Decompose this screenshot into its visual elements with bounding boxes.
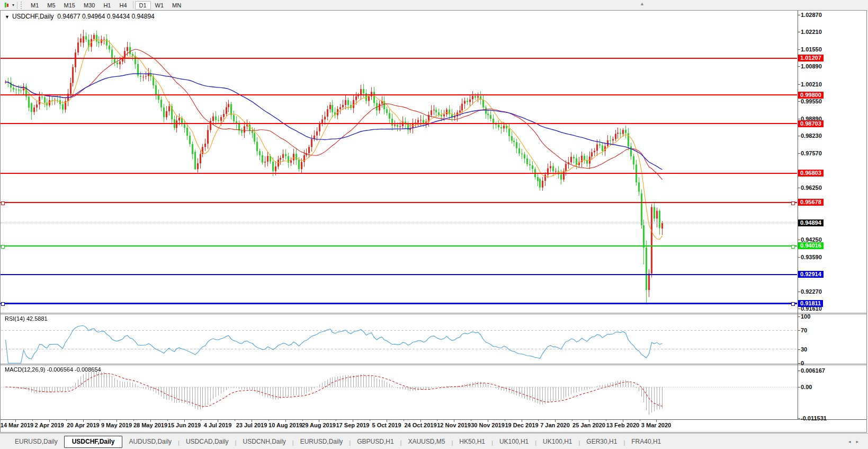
tab-ger30-h1[interactable]: GER30,H1 xyxy=(580,436,623,447)
date-axis-tick xyxy=(15,419,16,422)
price-axis-tick xyxy=(798,119,800,119)
price-axis-badge: 0.92914 xyxy=(798,271,824,278)
date-axis-minor-tick xyxy=(133,419,134,421)
current-price-line xyxy=(1,223,797,223)
date-axis-label: 7 Jan 2020 xyxy=(540,422,570,428)
rsi-panel-splitter[interactable] xyxy=(1,313,866,314)
tab-usdchf-daily[interactable]: USDCHF,Daily xyxy=(64,436,123,448)
date-axis-tick xyxy=(150,419,151,422)
line-drag-handle[interactable] xyxy=(791,201,795,205)
timeframe-button-m1[interactable]: M1 xyxy=(26,1,43,10)
line-drag-handle[interactable] xyxy=(1,201,5,205)
price-horizontal-line[interactable] xyxy=(1,202,797,203)
chart-type-dropdown-caret[interactable]: ▾ xyxy=(12,1,14,9)
price-axis-badge: 0.94016 xyxy=(798,242,824,249)
price-axis-label: 0.93590 xyxy=(801,254,822,260)
price-axis-line xyxy=(798,11,798,419)
date-axis-tick xyxy=(656,419,657,422)
macd-panel-splitter[interactable] xyxy=(1,364,866,365)
line-drag-handle[interactable] xyxy=(1,245,5,249)
top-toolbar: ▾ M1M5M15M30H1H4D1W1MN ▲ xyxy=(0,0,868,10)
price-horizontal-line[interactable] xyxy=(1,173,797,174)
price-axis-tick xyxy=(798,84,800,85)
date-axis-tick xyxy=(522,419,522,422)
tab-fra40-h1[interactable]: FRA40,H1 xyxy=(625,436,667,447)
timeframe-button-m15[interactable]: M15 xyxy=(60,1,79,10)
tab-hk50-h1[interactable]: HK50,H1 xyxy=(453,436,491,447)
rsi-panel-canvas[interactable] xyxy=(1,314,798,364)
timeframe-button-w1[interactable]: W1 xyxy=(151,1,168,10)
timeframe-button-h4[interactable]: H4 xyxy=(115,1,131,10)
main-chart-canvas[interactable] xyxy=(1,11,798,313)
price-horizontal-line[interactable] xyxy=(1,245,797,246)
collapse-quote-icon[interactable]: ▼ xyxy=(5,14,10,20)
date-axis-minor-tick xyxy=(538,419,539,421)
date-axis-tick xyxy=(319,419,319,422)
rsi-indicator-label: RSI(14) 42.5881 xyxy=(5,315,48,322)
price-axis-label: 1.00890 xyxy=(801,63,822,69)
date-axis-tick xyxy=(83,419,84,422)
rsi-axis-label: 0 xyxy=(801,360,804,366)
price-axis-label: 0.98230 xyxy=(801,133,822,139)
date-axis-minor-tick xyxy=(404,419,404,421)
date-axis-minor-tick xyxy=(640,419,640,421)
price-horizontal-line[interactable] xyxy=(1,303,797,304)
timeframe-button-mn[interactable]: MN xyxy=(168,1,185,10)
toolbar-separator xyxy=(133,1,133,8)
price-horizontal-line[interactable] xyxy=(1,123,797,124)
price-axis-badge: 0.91811 xyxy=(798,300,823,307)
date-axis-label: 24 Oct 2019 xyxy=(404,422,436,428)
tab-scroll-arrows[interactable]: ◂▸ xyxy=(848,439,864,444)
tab-scroll-right-icon[interactable]: ▸ xyxy=(856,439,864,444)
date-axis-label: 13 Feb 2020 xyxy=(606,422,639,428)
price-axis-label: 0.92270 xyxy=(801,288,822,295)
price-horizontal-line[interactable] xyxy=(1,58,797,59)
date-axis-label: 19 Dec 2019 xyxy=(505,422,539,428)
chart-type-icon[interactable] xyxy=(2,1,11,9)
date-axis-tick xyxy=(49,419,50,422)
date-axis-tick xyxy=(623,419,623,422)
price-axis-tick xyxy=(798,49,800,50)
price-horizontal-line[interactable] xyxy=(1,94,797,95)
rsi-axis-tick xyxy=(798,330,800,331)
toolbar-separator xyxy=(17,2,17,9)
timeframe-button-h1[interactable]: H1 xyxy=(99,1,115,10)
tab-usdcad-daily[interactable]: USDCAD,Daily xyxy=(180,436,235,447)
tab-audusd-daily[interactable]: AUDUSD,Daily xyxy=(122,436,178,447)
macd-axis-label: -0.011531 xyxy=(801,415,827,421)
date-axis-minor-tick xyxy=(235,419,235,421)
tab-scroll-left-icon[interactable]: ◂ xyxy=(848,439,856,444)
rsi-axis-label: 100 xyxy=(801,313,810,320)
timeframe-button-d1[interactable]: D1 xyxy=(135,1,151,10)
date-axis-minor-tick xyxy=(32,419,33,421)
chart-type-icon-bear-bar xyxy=(5,3,6,7)
date-axis-label: 14 Mar 2019 xyxy=(1,422,33,428)
timeframe-button-m30[interactable]: M30 xyxy=(79,1,99,10)
date-axis-tick xyxy=(589,419,589,422)
macd-panel-canvas[interactable] xyxy=(1,365,798,419)
tab-uk100-h1[interactable]: UK100,H1 xyxy=(536,436,578,447)
date-axis-label: 17 Sep 2019 xyxy=(336,422,370,428)
line-drag-handle[interactable] xyxy=(791,302,795,306)
tab-eurusd-daily[interactable]: EURUSD,Daily xyxy=(8,436,64,447)
price-horizontal-line[interactable] xyxy=(1,274,797,275)
chart-scroll-to-end-icon[interactable]: ▲ xyxy=(640,1,645,6)
tab-gbpusd-h1[interactable]: GBPUSD,H1 xyxy=(351,436,400,447)
tab-usdcnh-daily[interactable]: USDCNH,Daily xyxy=(236,436,292,447)
price-axis-badge: 0.99800 xyxy=(798,92,824,99)
symbol-tabs: EURUSD,DailyUSDCHF,DailyAUDUSD,Daily|USD… xyxy=(8,436,667,449)
tab-xauusd-m5[interactable]: XAUUSD,M5 xyxy=(401,436,451,447)
timeframe-button-m5[interactable]: M5 xyxy=(43,1,59,10)
price-axis-badge: 0.95678 xyxy=(798,199,824,206)
price-axis-badge: 0.96803 xyxy=(798,170,824,177)
toolbar-drag-grip[interactable] xyxy=(21,2,23,9)
price-axis-tick xyxy=(798,101,800,102)
tab-uk100-h1[interactable]: UK100,H1 xyxy=(493,436,535,447)
tab-eurusd-daily[interactable]: EURUSD,Daily xyxy=(294,436,350,447)
line-drag-handle[interactable] xyxy=(791,245,795,249)
line-drag-handle[interactable] xyxy=(1,302,5,306)
date-axis-minor-tick xyxy=(336,419,336,421)
date-axis-tick xyxy=(555,419,556,422)
price-axis-badge: 0.94894 xyxy=(798,219,824,226)
date-axis-label: 3 Mar 2020 xyxy=(641,422,671,428)
